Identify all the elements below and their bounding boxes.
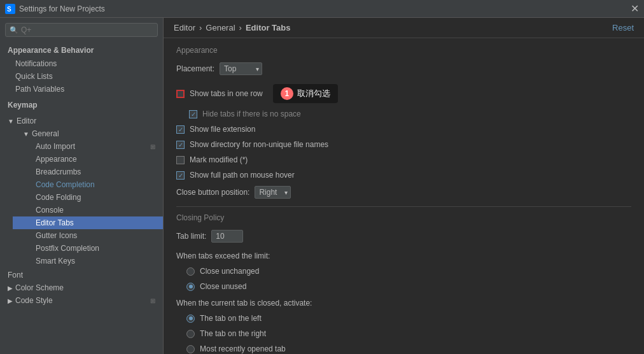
sidebar-group-color-scheme[interactable]: ▶ Color Scheme	[0, 281, 163, 294]
show-file-extension-checkbox[interactable]	[176, 125, 185, 134]
placement-row: Placement: Top Bottom Left Right	[176, 61, 631, 76]
content-header: Editor › General › Editor Tabs Reset	[164, 18, 644, 38]
mark-modified-label: Mark modified (*)	[190, 155, 248, 164]
tab-limit-row: Tab limit:	[176, 229, 631, 244]
hide-tabs-row: Hide tabs if there is no space	[176, 108, 631, 120]
show-directory-label: Show directory for non-unique file names	[190, 140, 328, 149]
most-recently-row: Most recently opened tab	[176, 343, 631, 354]
show-full-path-checkbox[interactable]	[176, 171, 185, 180]
tab-limit-input[interactable]	[211, 230, 243, 243]
breadcrumb-part3: Editor Tabs	[246, 23, 291, 32]
tab-limit-label: Tab limit:	[176, 232, 206, 241]
sidebar-item-postfix-completion[interactable]: Postfix Completion	[13, 242, 163, 255]
when-closed-label-row: When the current tab is closed, activate…	[176, 297, 631, 309]
tab-on-left-row: The tab on the left	[176, 313, 631, 324]
close-unused-radio[interactable]	[186, 283, 195, 291]
editor-arrow-icon: ▼	[8, 118, 14, 125]
tooltip-badge: 1 取消勾选	[273, 84, 338, 103]
show-tabs-one-row-label: Show tabs in one row	[190, 89, 263, 98]
sidebar-item-appearance[interactable]: Appearance	[13, 153, 163, 166]
hide-tabs-checkbox[interactable]	[189, 110, 197, 118]
sidebar-editor-label: Editor	[17, 117, 36, 125]
hide-tabs-label: Hide tabs if there is no space	[202, 110, 301, 118]
close-unchanged-radio[interactable]	[186, 267, 195, 276]
when-exceeds-label-row: When tabs exceed the limit:	[176, 250, 631, 262]
show-tabs-one-row-checkbox[interactable]	[176, 90, 185, 98]
sidebar-item-editor-tabs[interactable]: Editor Tabs	[13, 216, 163, 229]
tab-on-left-radio[interactable]	[186, 315, 195, 323]
sidebar-group-general[interactable]: ▼ General	[13, 127, 163, 140]
general-arrow-icon: ▼	[23, 131, 29, 138]
breadcrumb: Editor › General › Editor Tabs	[174, 23, 290, 32]
sidebar-item-breadcrumbs[interactable]: Breadcrumbs	[13, 166, 163, 178]
sidebar-item-quick-lists[interactable]: Quick Lists	[0, 70, 163, 83]
mark-modified-checkbox[interactable]	[176, 156, 185, 164]
general-subgroup: ▼ General Auto Import ⊞ Appearance Bread…	[0, 127, 163, 267]
close-button[interactable]: ✕	[631, 3, 639, 15]
sidebar-group-code-style[interactable]: ▶ Code Style ⊞	[0, 294, 163, 307]
keymap-section: Keymap	[0, 97, 163, 113]
sidebar-section-appearance-behavior: Appearance & Behavior	[0, 43, 163, 57]
when-closed-label: When the current tab is closed, activate…	[176, 299, 312, 308]
show-file-extension-row: Show file extension	[176, 124, 631, 135]
show-file-extension-label: Show file extension	[190, 125, 255, 134]
sidebar-group-editor[interactable]: ▼ Editor	[0, 115, 163, 127]
close-unchanged-label: Close unchanged	[200, 267, 259, 276]
close-button-select[interactable]: Right Left None	[255, 186, 291, 199]
show-directory-row: Show directory for non-unique file names	[176, 139, 631, 150]
closing-policy-label: Closing Policy	[176, 213, 631, 222]
sidebar-general-label: General	[32, 129, 59, 138]
code-style-icon: ⊞	[150, 297, 155, 304]
breadcrumb-sep1: ›	[199, 23, 202, 32]
sidebar-item-console[interactable]: Console	[13, 204, 163, 216]
code-style-arrow-icon: ▶	[8, 297, 13, 304]
placement-label: Placement:	[176, 64, 214, 73]
content-body: Appearance Placement: Top Bottom Left Ri…	[164, 38, 644, 354]
breadcrumb-part2: General	[206, 23, 235, 32]
badge-number: 1	[281, 87, 293, 100]
content-panel: Editor › General › Editor Tabs Reset App…	[164, 18, 644, 354]
search-input[interactable]	[21, 25, 153, 34]
editor-section: ▼ Editor ▼ General Auto Import ⊞ Appeara…	[0, 113, 163, 269]
placement-select-wrapper[interactable]: Top Bottom Left Right	[220, 62, 262, 75]
close-button-label: Close button position:	[176, 188, 249, 197]
when-exceeds-label: When tabs exceed the limit:	[176, 251, 270, 260]
title-bar-left: S Settings for New Projects	[5, 4, 105, 14]
title-bar: S Settings for New Projects ✕	[0, 0, 644, 18]
sidebar-color-scheme-label: Color Scheme	[15, 283, 64, 292]
sidebar-item-auto-import[interactable]: Auto Import ⊞	[13, 140, 163, 153]
tab-on-right-radio[interactable]	[186, 330, 195, 338]
sidebar-item-keymap[interactable]: Keymap	[0, 98, 163, 112]
close-button-select-wrapper[interactable]: Right Left None	[255, 186, 291, 199]
badge-text: 取消勾选	[297, 88, 330, 99]
section-divider	[176, 206, 631, 207]
sidebar-item-notifications[interactable]: Notifications	[0, 57, 163, 70]
tab-on-right-label: The tab on the right	[200, 329, 266, 338]
breadcrumb-sep2: ›	[239, 23, 242, 32]
tab-on-right-row: The tab on the right	[176, 328, 631, 339]
placement-select[interactable]: Top Bottom Left Right	[220, 62, 262, 75]
sidebar: 🔍 Appearance & Behavior Notifications Qu…	[0, 18, 164, 354]
svg-text:S: S	[7, 6, 11, 13]
sidebar-item-gutter-icons[interactable]: Gutter Icons	[13, 229, 163, 242]
close-unchanged-row: Close unchanged	[176, 266, 631, 277]
sidebar-item-code-folding[interactable]: Code Folding	[13, 191, 163, 204]
breadcrumb-part1: Editor	[174, 23, 195, 32]
sidebar-item-smart-keys[interactable]: Smart Keys	[13, 255, 163, 267]
sidebar-item-font[interactable]: Font	[0, 269, 163, 281]
tab-on-left-label: The tab on the left	[200, 314, 262, 323]
auto-import-icon: ⊞	[150, 143, 155, 150]
show-tabs-one-row-row: Show tabs in one row 1 取消勾选	[176, 83, 631, 104]
close-button-row: Close button position: Right Left None	[176, 185, 631, 200]
show-full-path-row: Show full path on mouse hover	[176, 169, 631, 181]
sidebar-item-code-completion[interactable]: Code Completion	[13, 178, 163, 191]
main-layout: 🔍 Appearance & Behavior Notifications Qu…	[0, 18, 644, 354]
most-recently-radio[interactable]	[186, 345, 195, 353]
search-icon: 🔍	[10, 26, 18, 34]
appearance-behavior-section: Appearance & Behavior Notifications Quic…	[0, 42, 163, 97]
close-unused-label: Close unused	[200, 282, 246, 291]
show-directory-checkbox[interactable]	[176, 141, 185, 149]
reset-button[interactable]: Reset	[612, 23, 634, 32]
search-box[interactable]: 🔍	[5, 23, 158, 37]
sidebar-item-path-variables[interactable]: Path Variables	[0, 83, 163, 96]
